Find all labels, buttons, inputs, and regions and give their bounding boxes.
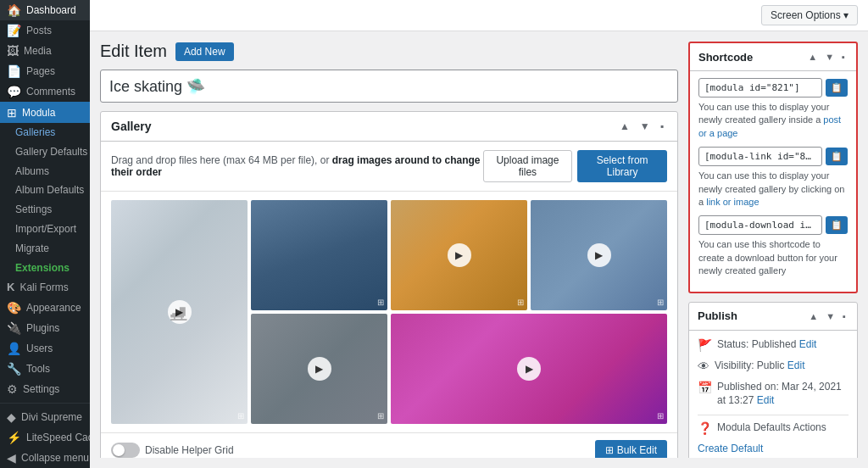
sidebar-item-media[interactable]: 🖼 Media (0, 41, 90, 61)
play-icon-6: ▶ (517, 357, 541, 381)
gallery-image-5[interactable]: ▶ ⊞ (251, 314, 387, 424)
settings-icon: ⚙ (7, 382, 18, 396)
publish-expand-button[interactable]: ▪ (840, 309, 849, 323)
shortcode-input-1[interactable] (698, 78, 822, 98)
publish-title: Publish (698, 309, 737, 322)
migrate-label: Migrate (15, 242, 49, 254)
gallery-expand-button[interactable]: ▪ (657, 119, 667, 134)
sidebar-item-appearance[interactable]: 🎨 Appearance (0, 298, 90, 318)
sidebar-item-dashboard[interactable]: 🏠 Dashboard (0, 0, 90, 20)
publish-status-edit-link[interactable]: Edit (799, 338, 817, 350)
gallery-collapse-down-button[interactable]: ▼ (637, 119, 654, 134)
sidebar-item-import-export[interactable]: Import/Export (0, 220, 90, 239)
gallery-image-4[interactable]: ▶ ⊞ (531, 200, 667, 310)
bulk-edit-button[interactable]: ⊞ Bulk Edit (595, 440, 667, 458)
helper-grid-label: Disable Helper Grid (145, 444, 234, 456)
shortcode-input-wrap-3: 📋 (698, 215, 848, 235)
publish-visibility-edit-link[interactable]: Edit (787, 359, 805, 371)
calendar-icon: 📅 (698, 381, 712, 394)
screen-options-button[interactable]: Screen Options ▾ (761, 5, 858, 25)
shortcode-header: Shortcode ▲ ▼ ▪ (690, 43, 856, 71)
sidebar-item-litespeed[interactable]: ⚡ LiteSpeed Cache (0, 427, 90, 448)
shortcode-copy-button-2[interactable]: 📋 (826, 148, 848, 165)
shortcode-input-2[interactable] (698, 147, 822, 166)
shortcode-link-link[interactable]: link or image (706, 197, 759, 207)
tools-icon: 🔧 (7, 362, 21, 376)
sidebar-item-posts[interactable]: 📝 Posts (0, 20, 90, 41)
main-area: Screen Options ▾ Edit Item Add New Galle… (90, 0, 868, 468)
gallery-image-3[interactable]: ▶ ⊞ (391, 200, 527, 310)
gallery-drop-text: Drag and drop files here (max 64 MB per … (111, 154, 483, 178)
sidebar-item-settings-modula[interactable]: Settings (0, 200, 90, 220)
sidebar-item-settings[interactable]: ⚙ Settings (0, 379, 90, 399)
sidebar-item-gallery-defaults[interactable]: Gallery Defaults (0, 142, 90, 161)
gallery-title: Gallery (111, 120, 151, 133)
publish-defaults-row: ❓ Modula Defaults Actions (698, 421, 849, 435)
upload-image-files-button[interactable]: Upload image files (483, 150, 573, 182)
sidebar-item-galleries[interactable]: Galleries (0, 123, 90, 142)
gallery-image-2[interactable]: ⊞ (251, 200, 387, 310)
gallery-grid: ▶ ⊞ ⊞ ▶ ⊞ ▶ ⊞ (101, 192, 677, 432)
dashboard-icon: 🏠 (7, 3, 21, 17)
helper-grid-toggle-wrap: Disable Helper Grid (111, 443, 234, 458)
sidebar-item-divi-supreme[interactable]: ◆ Divi Supreme (0, 407, 90, 427)
publish-status-row: 🚩 Status: Published Edit (698, 337, 849, 352)
add-new-button[interactable]: Add New (175, 42, 234, 61)
bulk-edit-label: Bulk Edit (617, 444, 657, 456)
gallery-collapse-up-button[interactable]: ▲ (616, 119, 633, 134)
topbar: Screen Options ▾ (90, 0, 868, 31)
sidebar-item-albums[interactable]: Albums (0, 161, 90, 181)
sidebar-item-modula[interactable]: ⊞ Modula (0, 102, 90, 122)
kali-forms-icon: K (7, 281, 14, 293)
pages-icon: 📄 (7, 64, 21, 78)
publish-header: Publish ▲ ▼ ▪ (689, 303, 857, 331)
helper-grid-toggle[interactable] (111, 443, 140, 458)
sidebar: 🏠 Dashboard 📝 Posts 🖼 Media 📄 Pages 💬 Co… (0, 0, 90, 468)
bulk-edit-icon: ⊞ (605, 444, 614, 456)
publish-date-edit-link[interactable]: Edit (757, 394, 775, 406)
sidebar-item-tools[interactable]: 🔧 Tools (0, 359, 90, 379)
shortcode-copy-button-3[interactable]: 📋 (826, 216, 848, 234)
comments-icon: 💬 (7, 85, 21, 98)
create-default-link[interactable]: Create Default (698, 443, 763, 454)
shortcode-expand-button[interactable]: ▪ (839, 50, 848, 64)
publish-collapse-up-button[interactable]: ▲ (806, 309, 821, 323)
publish-collapse-down-button[interactable]: ▼ (823, 309, 837, 323)
sidebar-item-kali-forms[interactable]: K Kali Forms (0, 277, 90, 297)
gallery-image-1[interactable]: ▶ ⊞ (111, 200, 248, 424)
sidebar-item-collapse[interactable]: ◀ Collapse menu (0, 448, 90, 468)
sidebar-item-extensions[interactable]: Extensions (0, 258, 90, 277)
shortcode-collapse-up-button[interactable]: ▲ (805, 50, 820, 64)
shortcode-desc-3: You can use this shortcode to create a d… (698, 238, 848, 277)
sidebar-item-users[interactable]: 👤 Users (0, 338, 90, 359)
corner-icon-3: ⊞ (517, 298, 524, 307)
sidebar-item-album-defaults[interactable]: Album Defaults (0, 181, 90, 200)
sidebar-item-comments[interactable]: 💬 Comments (0, 81, 90, 102)
content-area: Edit Item Add New Gallery ▲ ▼ ▪ Drag (90, 31, 868, 468)
modula-icon: ⊞ (7, 106, 17, 120)
corner-icon-4: ⊞ (657, 298, 664, 307)
sidebar-label-dashboard: Dashboard (26, 4, 76, 16)
media-icon: 🖼 (7, 44, 19, 58)
toggle-knob (113, 444, 125, 456)
shortcode-collapse-down-button[interactable]: ▼ (822, 50, 837, 64)
play-icon-1: ▶ (168, 300, 192, 324)
gallery-image-6[interactable]: ▶ ⊞ (391, 314, 667, 424)
publish-header-controls: ▲ ▼ ▪ (806, 309, 849, 323)
select-from-library-button[interactable]: Select from Library (577, 150, 667, 182)
shortcode-header-controls: ▲ ▼ ▪ (805, 50, 848, 64)
sidebar-item-migrate[interactable]: Migrate (0, 239, 90, 259)
shortcode-copy-button-1[interactable]: 📋 (826, 79, 848, 97)
shortcode-desc-2: You can use this to display your newly c… (698, 170, 848, 209)
divi-icon: ◆ (7, 410, 16, 424)
shortcode-input-3[interactable] (698, 215, 822, 235)
item-title-input[interactable] (100, 70, 678, 103)
corner-icon-1: ⊞ (237, 411, 244, 421)
sidebar-item-pages[interactable]: 📄 Pages (0, 61, 90, 81)
gallery-drop-area: Drag and drop files here (max 64 MB per … (101, 142, 677, 192)
defaults-icon: ❓ (698, 421, 712, 435)
sidebar-item-plugins[interactable]: 🔌 Plugins (0, 318, 90, 338)
publish-body: 🚩 Status: Published Edit 👁 Visibility: P… (689, 331, 857, 458)
shortcode-post-link[interactable]: post or a page (698, 114, 841, 137)
page-title: Edit Item (100, 42, 167, 61)
